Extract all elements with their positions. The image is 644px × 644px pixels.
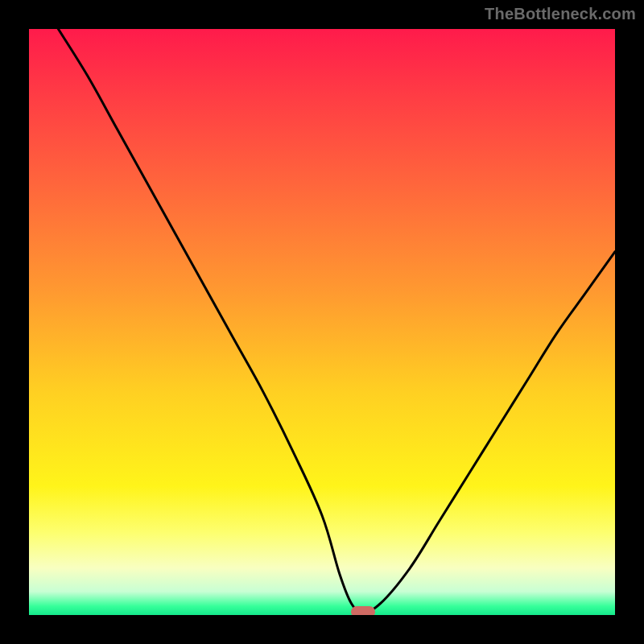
bottleneck-curve: [29, 29, 615, 615]
plot-area: [29, 29, 615, 615]
watermark-text: TheBottleneck.com: [485, 5, 636, 23]
chart-frame: TheBottleneck.com: [0, 0, 644, 644]
optimal-point-marker: [351, 606, 375, 615]
